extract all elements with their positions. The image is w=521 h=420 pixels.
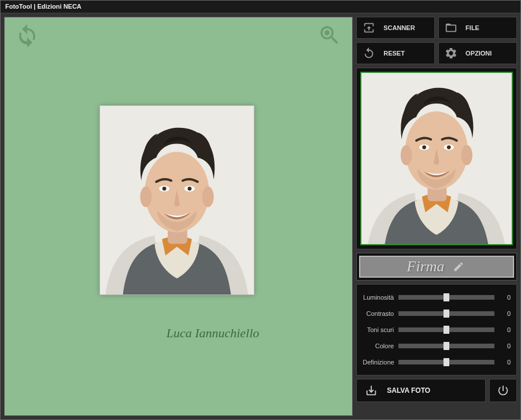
slider-label: Definizione xyxy=(363,359,398,366)
slider-value: 0 xyxy=(494,326,511,333)
luminosita-slider[interactable] xyxy=(398,295,494,300)
reset-label: RESET xyxy=(383,50,405,57)
preview-box xyxy=(356,68,517,249)
contrasto-slider[interactable] xyxy=(398,311,494,316)
save-photo-button[interactable]: SALVA FOTO xyxy=(356,379,486,402)
slider-label: Toni scuri xyxy=(363,326,398,333)
slider-label: Contrasto xyxy=(363,310,398,317)
options-label: OPZIONI xyxy=(465,50,492,57)
colore-slider[interactable] xyxy=(398,344,494,348)
firma-label: Firma xyxy=(407,258,445,275)
portrait-image xyxy=(100,106,254,294)
file-button[interactable]: FILE xyxy=(438,17,517,39)
options-button[interactable]: OPZIONI xyxy=(438,42,517,64)
svg-point-5 xyxy=(202,186,214,207)
rotate-button[interactable] xyxy=(15,23,39,47)
slider-label: Luminosità xyxy=(363,294,398,301)
svg-point-13 xyxy=(401,145,412,165)
power-icon xyxy=(497,384,509,397)
slider-value: 0 xyxy=(494,294,511,301)
scanner-icon xyxy=(363,21,375,34)
photo-frame[interactable] xyxy=(99,105,254,295)
svg-point-9 xyxy=(187,187,191,191)
zoom-button[interactable] xyxy=(317,23,342,47)
scanner-label: SCANNER xyxy=(383,24,415,31)
slider-value: 0 xyxy=(494,310,511,317)
firma-button[interactable]: Firma xyxy=(359,256,514,278)
reset-icon xyxy=(363,47,375,60)
power-button[interactable] xyxy=(489,379,517,402)
svg-point-18 xyxy=(447,145,451,149)
scanner-button[interactable]: SCANNER xyxy=(356,17,435,39)
slider-value: 0 xyxy=(494,359,511,366)
svg-point-0 xyxy=(324,30,330,35)
signature-display: Luca Iannuchiello xyxy=(149,326,276,349)
reset-button[interactable]: RESET xyxy=(356,42,435,64)
slider-value: 0 xyxy=(494,342,511,349)
preview-photo[interactable] xyxy=(360,72,513,245)
definizione-slider[interactable] xyxy=(398,360,494,364)
pen-icon xyxy=(450,261,467,272)
canvas-area: Luca Iannuchiello xyxy=(4,17,353,416)
download-icon xyxy=(365,384,378,397)
svg-point-14 xyxy=(461,145,472,165)
svg-point-16 xyxy=(422,145,426,149)
toniscuri-slider[interactable] xyxy=(398,327,494,332)
svg-point-4 xyxy=(140,186,152,207)
svg-point-7 xyxy=(162,187,167,191)
side-panel: SCANNER FILE RESET OPZIONI xyxy=(356,17,517,416)
file-label: FILE xyxy=(465,24,479,31)
save-label: SALVA FOTO xyxy=(387,386,430,395)
folder-icon xyxy=(445,21,457,34)
slider-label: Colore xyxy=(363,342,398,349)
sliders-panel: Luminosità 0 Contrasto 0 Toni scuri 0 Co… xyxy=(356,284,517,375)
title-bar: FotoTool | Edizioni NECA xyxy=(1,1,520,13)
gear-icon xyxy=(445,47,457,60)
preview-portrait-image xyxy=(361,73,512,244)
